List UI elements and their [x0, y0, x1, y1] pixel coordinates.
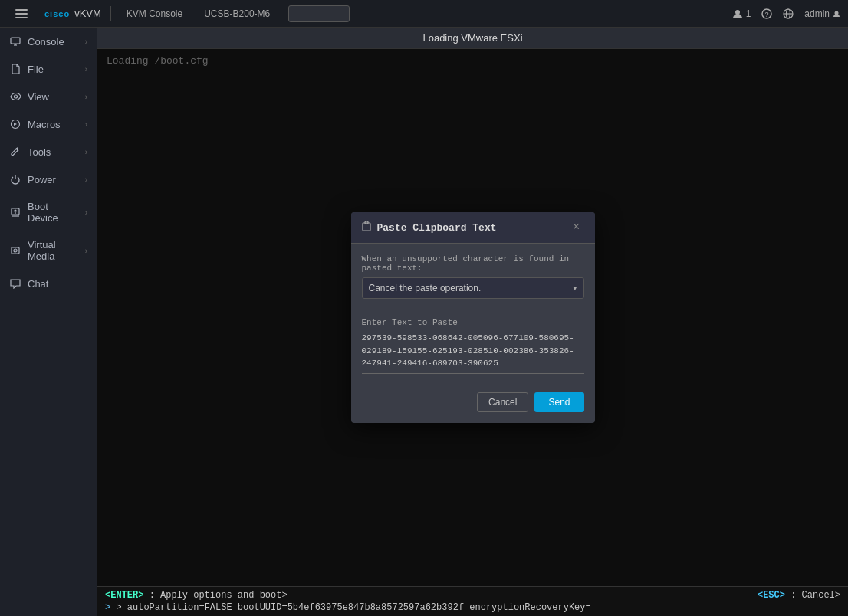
- sidebar-item-macros[interactable]: Macros ›: [0, 110, 97, 138]
- sidebar-item-power[interactable]: Power ›: [0, 165, 97, 193]
- language-button[interactable]: [783, 8, 794, 19]
- dialog-close-button[interactable]: ×: [569, 220, 584, 235]
- paste-clipboard-dialog: Paste Clipboard Text × When an unsupport…: [351, 212, 595, 423]
- chevron-icon: ›: [85, 148, 87, 156]
- svg-rect-10: [11, 38, 20, 44]
- svg-rect-2: [15, 17, 28, 18]
- svg-point-20: [15, 251, 16, 251]
- monitor-icon: [9, 35, 21, 48]
- send-button[interactable]: Send: [534, 392, 583, 412]
- section2-label: Enter Text to Paste: [362, 318, 584, 327]
- boot-icon: [9, 206, 21, 218]
- sidebar-item-tools[interactable]: Tools ›: [0, 138, 97, 165]
- sidebar-item-view[interactable]: View ›: [0, 83, 97, 110]
- chat-label: Chat: [28, 278, 87, 290]
- main-layout: Console › File › View › Macros ›: [0, 28, 848, 616]
- search-input[interactable]: [288, 5, 350, 22]
- enter-hint: <ENTER> : Apply options and boot>: [105, 590, 288, 601]
- file-label: File: [28, 64, 79, 75]
- sidebar-item-boot-device[interactable]: Boot Device ›: [0, 193, 97, 231]
- help-button[interactable]: ?: [761, 8, 772, 19]
- sidebar-item-chat[interactable]: Chat: [0, 270, 97, 297]
- nav-kvm-console[interactable]: KVM Console: [120, 8, 189, 19]
- media-icon: [9, 244, 21, 257]
- sidebar-item-console[interactable]: Console ›: [0, 28, 97, 55]
- esc-hint-text: : Cancel>: [790, 590, 840, 601]
- terminal-body[interactable]: Loading /boot.cfg Paste Clipboard Text ×…: [97, 49, 848, 586]
- chat-icon: [9, 277, 21, 290]
- content-area: Loading VMware ESXi Loading /boot.cfg Pa…: [97, 28, 848, 616]
- chevron-icon: ›: [85, 65, 87, 74]
- paste-text-input[interactable]: 297539-598533-068642-005096-677109-58069…: [362, 332, 584, 374]
- users-indicator: 1: [732, 8, 751, 19]
- svg-rect-0: [15, 9, 28, 11]
- terminal-header: Loading VMware ESXi: [97, 28, 848, 49]
- divider: [362, 310, 584, 310]
- tools-label: Tools: [28, 146, 79, 158]
- eye-icon: [9, 90, 21, 103]
- tools-icon: [9, 146, 21, 158]
- power-label: Power: [28, 174, 79, 185]
- sidebar-item-file[interactable]: File ›: [0, 55, 97, 83]
- dropdown-wrap: Cancel the paste operation. Skip unsuppo…: [362, 277, 584, 299]
- sidebar: Console › File › View › Macros ›: [0, 28, 97, 616]
- file-icon: [9, 63, 21, 75]
- cmdline-text: > autoPartition=FALSE bootUUID=5b4ef6397…: [116, 602, 590, 613]
- nav-server[interactable]: UCSB-B200-M6: [198, 8, 276, 19]
- paste-icon: [362, 221, 371, 234]
- terminal-hints: <ENTER> : Apply options and boot> <ESC> …: [105, 590, 840, 601]
- chevron-icon: ›: [85, 93, 87, 101]
- top-bar-right: 1 ? admin: [732, 8, 840, 19]
- terminal-cmdline[interactable]: > > autoPartition=FALSE bootUUID=5b4ef63…: [105, 602, 840, 613]
- virtual-media-label: Virtual Media: [28, 239, 79, 262]
- enter-key-label: <ENTER>: [105, 590, 143, 601]
- chevron-icon: ›: [85, 175, 87, 184]
- console-label: Console: [28, 36, 79, 48]
- section1-label: When an unsupported character is found i…: [362, 254, 584, 273]
- cancel-button[interactable]: Cancel: [477, 392, 528, 412]
- esc-key-label: <ESC>: [758, 590, 785, 601]
- dialog-header: Paste Clipboard Text ×: [351, 212, 595, 244]
- power-icon: [9, 173, 21, 185]
- chevron-icon: ›: [85, 208, 87, 217]
- enter-hint-text: : Apply options and boot>: [150, 590, 288, 601]
- terminal-bottom-bar: <ENTER> : Apply options and boot> <ESC> …: [97, 586, 848, 616]
- macros-label: Macros: [28, 119, 79, 130]
- boot-device-label: Boot Device: [28, 201, 79, 224]
- chevron-icon: ›: [85, 38, 87, 46]
- hamburger-button[interactable]: [8, 0, 35, 28]
- cisco-brand: cisco: [44, 9, 70, 18]
- dialog-overlay: Paste Clipboard Text × When an unsupport…: [97, 49, 848, 586]
- esc-hint: <ESC> : Cancel>: [758, 590, 840, 601]
- svg-point-13: [14, 95, 17, 98]
- app-name: vKVM: [74, 8, 101, 19]
- chevron-icon: ›: [85, 120, 87, 129]
- macros-icon: [9, 118, 21, 130]
- unsupported-char-dropdown[interactable]: Cancel the paste operation. Skip unsuppo…: [362, 277, 584, 299]
- users-count: 1: [746, 8, 751, 19]
- term-prompt: >: [105, 602, 110, 613]
- separator: [110, 6, 111, 21]
- app-logo: cisco vKVM: [44, 8, 101, 19]
- dialog-footer: Cancel Send: [351, 385, 595, 423]
- terminal-title: Loading VMware ESXi: [422, 32, 522, 44]
- svg-rect-1: [15, 13, 28, 15]
- view-label: View: [28, 91, 79, 103]
- dialog-title: Paste Clipboard Text: [377, 222, 563, 234]
- top-bar: cisco vKVM KVM Console UCSB-B200-M6 1 ? …: [0, 0, 848, 28]
- svg-text:?: ?: [765, 11, 769, 18]
- admin-label: admin: [804, 8, 830, 19]
- dialog-body: When an unsupported character is found i…: [351, 244, 595, 385]
- admin-menu[interactable]: admin: [804, 8, 840, 19]
- sidebar-item-virtual-media[interactable]: Virtual Media ›: [0, 231, 97, 270]
- chevron-icon: ›: [85, 247, 87, 255]
